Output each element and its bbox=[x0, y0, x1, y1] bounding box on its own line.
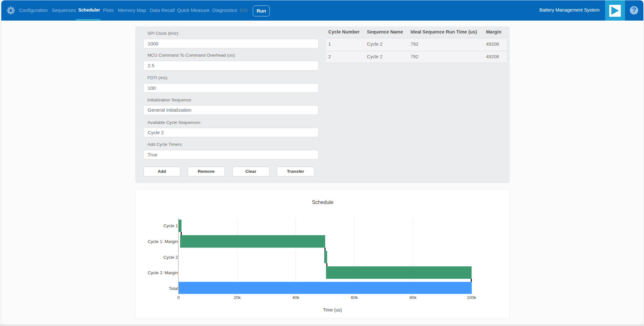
svg-text:Cycle 1: Margin: Cycle 1: Margin bbox=[148, 239, 178, 244]
svg-text:40k: 40k bbox=[292, 295, 299, 300]
svg-text:Cycle 2: Cycle 2 bbox=[163, 255, 178, 260]
svg-text:Schedule: Schedule bbox=[312, 200, 334, 205]
svg-text:Cycle 2: Margin: Cycle 2: Margin bbox=[148, 270, 178, 275]
svg-text:80k: 80k bbox=[410, 295, 417, 300]
svg-text:20k: 20k bbox=[234, 295, 241, 300]
svg-text:100k: 100k bbox=[467, 295, 477, 300]
svg-text:Cycle 1: Cycle 1 bbox=[163, 223, 178, 228]
svg-text:0: 0 bbox=[177, 295, 180, 300]
svg-text:Total: Total bbox=[169, 286, 178, 291]
svg-text:60k: 60k bbox=[351, 295, 358, 300]
svg-text:Time (us): Time (us) bbox=[323, 307, 342, 312]
